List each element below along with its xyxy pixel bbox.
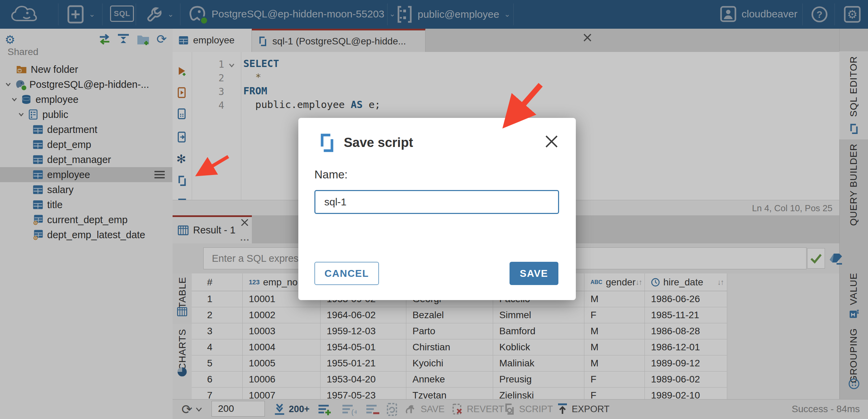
save-button[interactable]: SAVE [510,262,558,285]
close-dialog-icon[interactable] [544,134,559,149]
name-label: Name: [314,168,348,181]
script-icon [317,133,337,153]
dialog-title: Save script [344,135,413,150]
cancel-button[interactable]: CANCEL [314,262,379,285]
script-name-input[interactable] [314,190,559,214]
cloudbeaver-app: ⌄ SQL ⌄ PostgreSQL@ep-hidden-moon-55203 … [0,0,868,419]
